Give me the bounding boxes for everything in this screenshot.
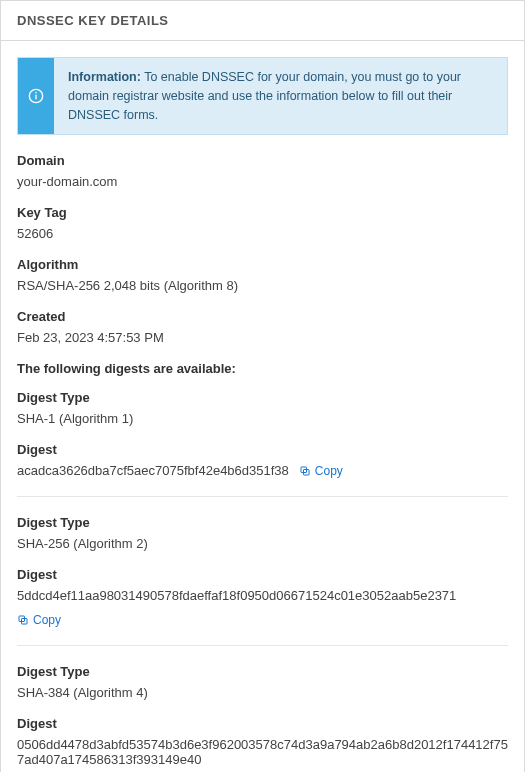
digest-type-label: Digest Type	[17, 664, 508, 679]
copy-label: Copy	[315, 464, 343, 478]
svg-rect-2	[35, 92, 36, 93]
field-domain-label: Domain	[17, 153, 508, 168]
field-algorithm-value: RSA/SHA-256 2,048 bits (Algorithm 8)	[17, 278, 508, 293]
digest-type-value: SHA-256 (Algorithm 2)	[17, 536, 508, 551]
digest-type-value: SHA-1 (Algorithm 1)	[17, 411, 508, 426]
field-keytag-label: Key Tag	[17, 205, 508, 220]
field-domain: Domain your-domain.com	[17, 153, 508, 189]
digest-block: Digest Type SHA-1 (Algorithm 1)	[17, 390, 508, 426]
panel-title: DNSSEC KEY DETAILS	[1, 1, 524, 41]
field-created-label: Created	[17, 309, 508, 324]
digests-header: The following digests are available:	[17, 361, 508, 376]
digest-field: Digest acadca3626dba7cf5aec7075fbf42e4b6…	[17, 442, 508, 478]
field-keytag: Key Tag 52606	[17, 205, 508, 241]
info-text: Information: To enable DNSSEC for your d…	[54, 58, 507, 134]
copy-icon	[17, 614, 29, 626]
digest-field: Digest 0506dd4478d3abfd53574b3d6e3f96200…	[17, 716, 508, 772]
panel-body: Information: To enable DNSSEC for your d…	[1, 41, 524, 772]
copy-label: Copy	[33, 613, 61, 627]
info-label: Information:	[68, 70, 141, 84]
digest-type-value: SHA-384 (Algorithm 4)	[17, 685, 508, 700]
field-domain-value: your-domain.com	[17, 174, 508, 189]
copy-icon	[299, 465, 311, 477]
digest-value: 0506dd4478d3abfd53574b3d6e3f962003578c74…	[17, 737, 508, 767]
dnssec-panel: DNSSEC KEY DETAILS Information: To enabl…	[0, 0, 525, 772]
divider	[17, 496, 508, 497]
digest-label: Digest	[17, 716, 508, 731]
digest-value: 5ddcd4ef11aa98031490578fdaeffaf18f0950d0…	[17, 588, 456, 603]
divider	[17, 645, 508, 646]
digest-value: acadca3626dba7cf5aec7075fbf42e4b6d351f38	[17, 463, 289, 478]
field-created-value: Feb 23, 2023 4:57:53 PM	[17, 330, 508, 345]
digest-field: Digest 5ddcd4ef11aa98031490578fdaeffaf18…	[17, 567, 508, 627]
digest-type-label: Digest Type	[17, 515, 508, 530]
info-icon	[18, 58, 54, 134]
digest-block: Digest Type SHA-384 (Algorithm 4)	[17, 664, 508, 700]
copy-button[interactable]: Copy	[299, 464, 343, 478]
field-algorithm-label: Algorithm	[17, 257, 508, 272]
digest-label: Digest	[17, 442, 508, 457]
digest-type-label: Digest Type	[17, 390, 508, 405]
field-keytag-value: 52606	[17, 226, 508, 241]
digest-label: Digest	[17, 567, 508, 582]
field-created: Created Feb 23, 2023 4:57:53 PM	[17, 309, 508, 345]
copy-button[interactable]: Copy	[17, 613, 61, 627]
info-box: Information: To enable DNSSEC for your d…	[17, 57, 508, 135]
svg-rect-1	[35, 95, 36, 100]
digest-block: Digest Type SHA-256 (Algorithm 2)	[17, 515, 508, 551]
field-algorithm: Algorithm RSA/SHA-256 2,048 bits (Algori…	[17, 257, 508, 293]
